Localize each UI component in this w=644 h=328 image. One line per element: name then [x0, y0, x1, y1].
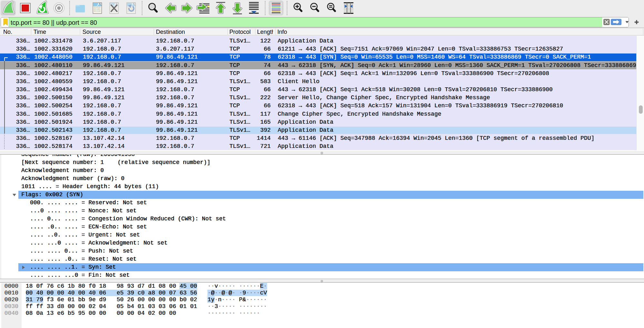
- svg-text:01110: 01110: [94, 10, 101, 13]
